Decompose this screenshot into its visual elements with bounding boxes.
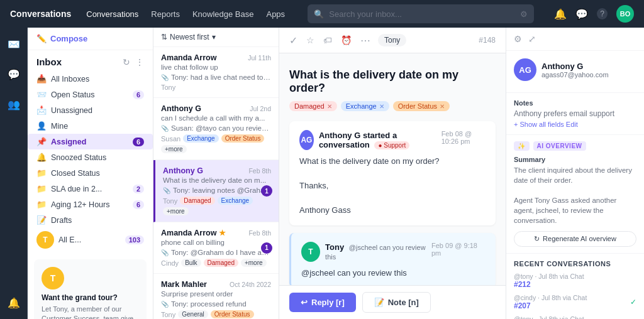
sidebar-item-all-e[interactable]: T All E... 103 [28, 228, 153, 252]
chevron-down-icon: ▾ [212, 33, 216, 41]
contact-section: AG Anthony G agass07@yahoo.com [506, 51, 644, 93]
chat-bubble-icon[interactable]: 💬 [5, 65, 23, 83]
conv-tag-bulk: Bulk [181, 259, 201, 267]
conv-agent: Tony [163, 197, 177, 205]
star-icon[interactable]: ☆ [306, 35, 314, 45]
conv-date: Feb 8th [248, 167, 271, 175]
label-damaged: Damaged ✕ [289, 101, 337, 111]
notification-icon[interactable]: 🔔 [5, 294, 23, 311]
conv-sub-preview: 📎Tony: processed refund [161, 300, 271, 308]
assignee-label[interactable]: Tony [378, 34, 406, 46]
conv-item-2[interactable]: Anthony G Jul 2nd can I schedule a call … [153, 98, 279, 160]
help-icon[interactable]: ? [597, 8, 608, 19]
conv-list-header: ⇅ Newest first ▾ [153, 28, 279, 47]
sidebar-item-assigned[interactable]: 📌Assigned 6 [28, 134, 153, 149]
contact-icon[interactable]: 👥 [5, 95, 23, 113]
nav-link-apps[interactable]: Apps [266, 7, 285, 21]
notes-links[interactable]: + Show all fields Edit [514, 121, 636, 128]
conv-agent: Susan [161, 135, 180, 143]
conv-tag-exchange: Exchange [218, 197, 253, 205]
search-input[interactable] [329, 9, 515, 19]
nav-link-knowledge-base[interactable]: Knowledge Base [192, 7, 254, 21]
notes-section: Notes Anthony prefers email support + Sh… [506, 93, 644, 135]
filter-icon: ⚙ [520, 9, 528, 19]
conv-tag-order: Order Status [211, 310, 254, 318]
panel-settings-icon[interactable]: ⚙ [514, 34, 522, 44]
reply-button[interactable]: ↩ Reply [r] [289, 293, 356, 312]
nav-link-reports[interactable]: Reports [151, 7, 180, 21]
reply-icon: ↩ [301, 298, 308, 307]
top-nav-icons: 🔔 💬 ? BO [554, 5, 634, 23]
compose-label: Compose [50, 34, 87, 43]
ai-summary-text: The client inquired about the delivery d… [514, 165, 636, 226]
bell-icon[interactable]: 🔔 [554, 8, 567, 20]
conv-view-body: What is the delivery date on my order? D… [279, 53, 506, 285]
conv-preview: What is the delivery date on m... [163, 176, 271, 184]
conv-date: Oct 24th 2022 [230, 281, 271, 288]
conv-tag-damaged: Damaged [204, 259, 238, 267]
regenerate-button[interactable]: ↻ Regenerate AI overview [514, 231, 636, 247]
remove-label-damaged[interactable]: ✕ [327, 103, 332, 110]
conv-tag-order: Order Status [221, 134, 265, 143]
sidebar-item-aging[interactable]: 📁Aging 12+ Hours 6 [28, 197, 153, 212]
tag-icon[interactable]: 🏷 [323, 35, 332, 45]
check-icon[interactable]: ✓ [289, 35, 297, 46]
msg-avatar-1: AG [299, 130, 314, 150]
conv-label-tags: Damaged ✕ Exchange ✕ Order Status ✕ [289, 101, 496, 111]
conv-name: Mark Mahler [161, 280, 207, 289]
sidebar-item-closed[interactable]: 📁Closed Status [28, 165, 153, 181]
recent-conversations-section: Recent Conversations @tony · Jul 8th via… [506, 254, 644, 319]
nav-link-conversations[interactable]: Conversations [86, 7, 138, 21]
sidebar-item-sla[interactable]: 📁SLA due in 2... 2 [28, 181, 153, 197]
remove-label-order[interactable]: ✕ [440, 103, 445, 110]
icon-sidebar: ✉️ 💬 👥 🔔 [0, 28, 28, 319]
panel-expand-icon[interactable]: ⤢ [528, 34, 536, 44]
chat-icon[interactable]: 💬 [575, 8, 588, 20]
conv-item-4[interactable]: Amanda Arrow ★ Feb 8th phone call on bil… [153, 222, 279, 274]
conv-preview: phone call on billing [161, 239, 271, 246]
compose-button[interactable]: ✏️ Compose [28, 28, 153, 50]
more-icon[interactable]: ⋯ [360, 35, 370, 46]
nav-section: 📥All Inboxes 📨Open Status 6 📩Unassigned … [28, 70, 153, 253]
conv-date: Jul 11th [248, 54, 271, 62]
recent-item-2: @cindy · Jul 8th via Chat #207 ✓ [514, 294, 636, 310]
recent-id-2[interactable]: #207 [514, 301, 587, 310]
edit-icon: ✏️ [36, 34, 47, 43]
conv-agent: Tony [161, 84, 175, 91]
main-layout: ✉️ 💬 👥 🔔 ✏️ Compose Inbox ↻ ⋮ 📥All Inbox… [0, 28, 644, 319]
search-bar: 🔍 ⚙ [308, 4, 534, 23]
conv-tag-more: +more [163, 207, 189, 215]
msg-time-1: Feb 08 @ 10:26 pm [441, 130, 486, 145]
kebab-icon[interactable]: ⋮ [135, 57, 144, 67]
sort-label: Newest first [170, 33, 209, 41]
recent-id-1[interactable]: #212 [514, 280, 584, 289]
conv-item-1[interactable]: Amanda Arrow Jul 11th live chat follow u… [153, 47, 279, 98]
sidebar-item-snoozed[interactable]: 🔔Snoozed Status [28, 149, 153, 165]
conv-items: Amanda Arrow Jul 11th live chat follow u… [153, 47, 279, 319]
sidebar-item-mine[interactable]: 👤Mine [28, 118, 153, 134]
conv-view-actions: ✓ ☆ 🏷 ⏰ ⋯ [289, 35, 370, 46]
recent-item-1: @tony · Jul 8th via Chat #212 [514, 273, 636, 289]
sidebar-item-open-status[interactable]: 📨Open Status 6 [28, 87, 153, 102]
conv-tag-more: +more [161, 145, 187, 153]
conv-tag-more: +more [241, 259, 267, 267]
conv-title-area: What is the delivery date on my order? D… [289, 63, 496, 114]
snooze-icon[interactable]: ⏰ [341, 35, 352, 45]
refresh-icon[interactable]: ↻ [123, 57, 130, 67]
sidebar-item-drafts[interactable]: 📝Drafts [28, 212, 153, 228]
sidebar-item-unassigned[interactable]: 📩Unassigned [28, 102, 153, 118]
remove-label-exchange[interactable]: ✕ [379, 103, 384, 110]
user-mini-avatar: T [36, 231, 54, 249]
conv-item-3[interactable]: Anthony G Feb 8th What is the delivery d… [153, 160, 279, 222]
conv-item-5[interactable]: Mark Mahler Oct 24th 2022 Surprise prese… [153, 274, 279, 319]
ai-header: ✨ AI OVERVIEW [514, 141, 636, 151]
sidebar-item-all-inboxes[interactable]: 📥All Inboxes [28, 71, 153, 87]
user-avatar[interactable]: BO [616, 5, 634, 23]
right-panel-header: ⚙ ⤢ [506, 28, 644, 51]
conv-name: Amanda Arrow [161, 53, 216, 62]
brand: Conversations [10, 9, 71, 19]
search-icon: 🔍 [314, 9, 324, 19]
note-button[interactable]: 📝 Note [n] [362, 292, 431, 313]
inbox-icon[interactable]: ✉️ [5, 35, 23, 53]
sort-button[interactable]: ⇅ Newest first ▾ [161, 33, 216, 41]
